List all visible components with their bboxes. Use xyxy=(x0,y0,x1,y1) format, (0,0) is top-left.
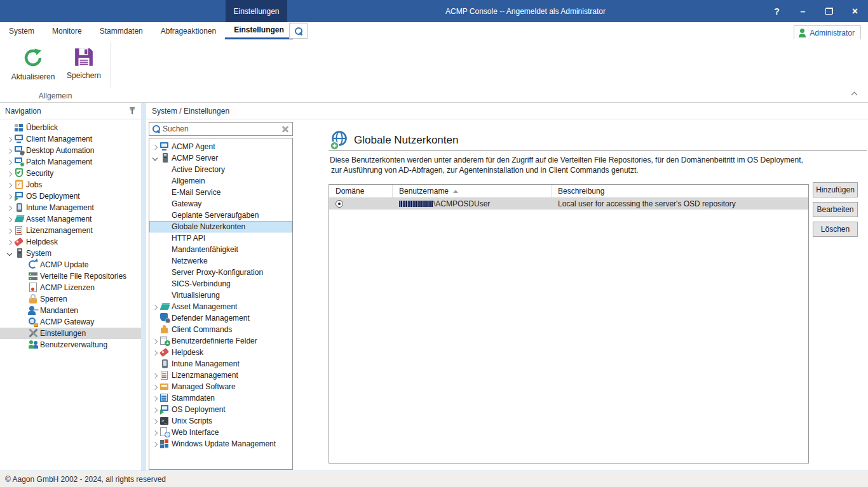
settings-item-client-commands[interactable]: Client Commands xyxy=(149,324,292,335)
settings-item-netzwerke[interactable]: Netzwerke xyxy=(149,255,292,267)
settings-item-windows-update-management[interactable]: Windows Update Management xyxy=(149,438,292,450)
nav-item-lizenzmanagement[interactable]: Lizenzmanagement xyxy=(0,225,141,236)
nav-item-acmp-update[interactable]: ACMP Update xyxy=(0,259,141,270)
settings-item-virtualisierung[interactable]: Virtualisierung xyxy=(149,290,292,301)
nav-item-jobs[interactable]: Jobs xyxy=(0,179,141,190)
table-row[interactable]: \ACMPOSDUser Local user for accessing th… xyxy=(329,198,808,210)
nav-item-intune-management[interactable]: Intune Management xyxy=(0,202,141,213)
chevron-right-icon[interactable] xyxy=(6,158,14,166)
nav-item-desktop-automation[interactable]: Desktop Automation xyxy=(0,145,141,156)
column-header-domaene[interactable]: Domäne xyxy=(329,185,393,197)
settings-item-stammdaten[interactable]: Stammdaten xyxy=(149,392,292,404)
chevron-right-icon[interactable] xyxy=(151,337,159,345)
settings-item-active-directory[interactable]: Active Directory xyxy=(149,164,292,175)
menu-tab-system[interactable]: System xyxy=(0,22,43,39)
settings-item-web-interface[interactable]: Web Interface xyxy=(149,427,292,438)
settings-item-unix-scripts[interactable]: Unix Scripts xyxy=(149,415,292,427)
nav-item-mandanten[interactable]: Mandanten xyxy=(0,305,141,316)
chevron-right-icon[interactable] xyxy=(151,440,159,448)
chevron-right-icon[interactable] xyxy=(151,383,159,391)
nav-item-acmp-lizenzen[interactable]: ACMP Lizenzen xyxy=(0,282,141,293)
menu-tab-stammdaten[interactable]: Stammdaten xyxy=(91,22,152,39)
help-button[interactable]: ? xyxy=(764,0,790,22)
blank-icon xyxy=(159,210,170,220)
nav-item-sperren[interactable]: Sperren xyxy=(0,293,141,305)
ribbon-collapse-button[interactable] xyxy=(850,91,859,97)
chevron-right-icon[interactable] xyxy=(151,349,159,357)
settings-item-mandantenf-higkeit[interactable]: Mandantenfähigkeit xyxy=(149,244,292,255)
nav-item-acmp-gateway[interactable]: ACMP Gateway xyxy=(0,316,141,328)
settings-search-input[interactable] xyxy=(163,124,279,133)
settings-item-lizenzmanagement[interactable]: Lizenzmanagement xyxy=(149,370,292,381)
settings-item-intune-management[interactable]: Intune Management xyxy=(149,358,292,370)
chevron-right-icon[interactable] xyxy=(6,204,14,212)
column-header-beschreibung[interactable]: Beschreibung xyxy=(552,185,808,197)
settings-item-server-proxy-konfiguration[interactable]: Server Proxy-Konfiguration xyxy=(149,267,292,278)
settings-item-allgemein[interactable]: Allgemein xyxy=(149,175,292,187)
nav-item-patch-management[interactable]: Patch Management xyxy=(0,156,141,168)
chevron-down-icon[interactable] xyxy=(151,154,159,163)
chevron-right-icon[interactable] xyxy=(151,417,159,425)
chevron-right-icon[interactable] xyxy=(6,147,14,155)
chevron-right-icon[interactable] xyxy=(6,170,14,178)
current-user-button[interactable]: Administrator xyxy=(794,25,861,40)
chevron-right-icon[interactable] xyxy=(151,143,159,151)
chevron-right-icon[interactable] xyxy=(6,215,14,223)
settings-item-geplante-serveraufgaben[interactable]: Geplante Serveraufgaben xyxy=(149,210,292,221)
chevron-spacer xyxy=(151,257,159,265)
settings-item-acmp-agent[interactable]: ACMP Agent xyxy=(149,141,292,152)
nav-item-security[interactable]: Security xyxy=(0,168,141,179)
settings-item-http-api[interactable]: HTTP API xyxy=(149,232,292,244)
nav-item-einstellungen[interactable]: Einstellungen xyxy=(0,328,141,339)
nav-item-client-management[interactable]: Client Management xyxy=(0,133,141,145)
settings-item-benutzerdefinierte-felder[interactable]: Benutzerdefinierte Felder xyxy=(149,335,292,347)
settings-item-os-deployment[interactable]: OS Deployment xyxy=(149,404,292,415)
settings-item-asset-management[interactable]: Asset Management xyxy=(149,301,292,312)
delete-button[interactable]: Löschen xyxy=(813,222,858,237)
chevron-right-icon[interactable] xyxy=(6,181,14,189)
radio-selected-icon[interactable] xyxy=(336,200,343,208)
nav-item-berblick[interactable]: Überblick xyxy=(0,122,141,133)
settings-item-e-mail-service[interactable]: E-Mail Service xyxy=(149,187,292,198)
chevron-right-icon[interactable] xyxy=(151,394,159,403)
close-button[interactable]: × xyxy=(842,0,868,22)
settings-item-acmp-server[interactable]: ACMP Server xyxy=(149,152,292,164)
settings-item-globale-nutzerkonten[interactable]: Globale Nutzerkonten xyxy=(149,221,292,232)
settings-item-defender-management[interactable]: Defender Management xyxy=(149,312,292,324)
menu-search-button[interactable] xyxy=(289,23,308,39)
nav-item-asset-management[interactable]: Asset Management xyxy=(0,213,141,225)
column-header-benutzername[interactable]: Benutzername xyxy=(393,185,552,197)
panel-splitter[interactable] xyxy=(141,103,146,470)
chevron-spacer xyxy=(6,124,14,132)
pin-icon[interactable] xyxy=(128,107,136,115)
chevron-spacer xyxy=(151,291,159,300)
settings-item-sics-verbindung[interactable]: SICS-Verbindung xyxy=(149,278,292,290)
chevron-right-icon[interactable] xyxy=(151,371,159,380)
nav-item-verteilte-file-repositories[interactable]: Verteilte File Repositories xyxy=(0,270,141,282)
menu-tab-abfrageaktionen[interactable]: Abfrageaktionen xyxy=(152,22,225,39)
settings-item-helpdesk[interactable]: Helpdesk xyxy=(149,347,292,358)
edit-button[interactable]: Bearbeiten xyxy=(813,202,858,217)
refresh-button[interactable]: Aktualisieren xyxy=(10,42,56,90)
minimize-button[interactable]: – xyxy=(790,0,816,22)
chevron-right-icon[interactable] xyxy=(6,135,14,143)
nav-item-benutzerverwaltung[interactable]: Benutzerverwaltung xyxy=(0,339,141,350)
nav-item-helpdesk[interactable]: Helpdesk xyxy=(0,236,141,248)
chevron-right-icon[interactable] xyxy=(151,303,159,311)
menu-tab-monitore[interactable]: Monitore xyxy=(43,22,91,39)
chevron-right-icon[interactable] xyxy=(151,406,159,414)
settings-item-gateway[interactable]: Gateway xyxy=(149,198,292,210)
chevron-right-icon[interactable] xyxy=(6,238,14,246)
chevron-right-icon[interactable] xyxy=(6,192,14,201)
menu-tab-einstellungen[interactable]: Einstellungen xyxy=(225,22,293,39)
nav-item-system[interactable]: System xyxy=(0,248,141,259)
clear-search-icon[interactable] xyxy=(281,124,290,133)
nav-item-os-deployment[interactable]: OS Deployment xyxy=(0,190,141,202)
chevron-down-icon[interactable] xyxy=(6,250,14,258)
settings-item-managed-software[interactable]: Managed Software xyxy=(149,381,292,392)
chevron-right-icon[interactable] xyxy=(151,429,159,437)
save-button[interactable]: Speichern xyxy=(61,42,107,90)
restore-button[interactable] xyxy=(816,0,842,22)
add-button[interactable]: Hinzufügen xyxy=(813,182,858,197)
chevron-right-icon[interactable] xyxy=(6,227,14,235)
